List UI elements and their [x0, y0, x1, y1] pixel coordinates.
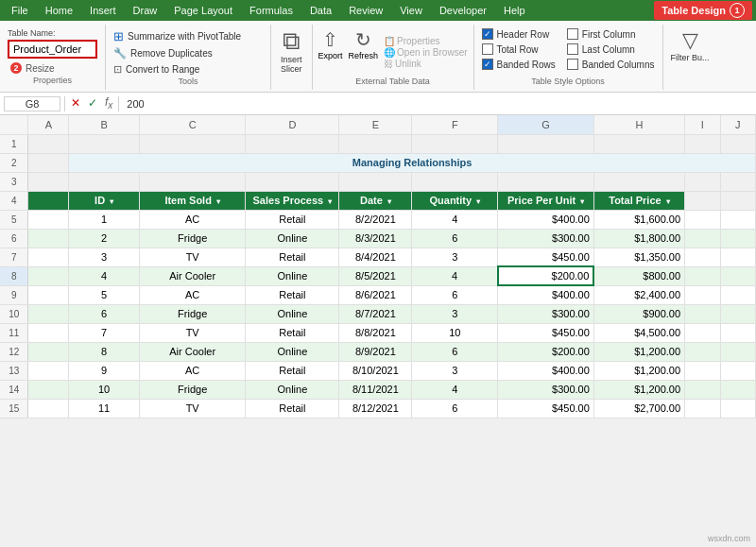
- cell-reference-box[interactable]: [4, 96, 60, 111]
- cell-b15[interactable]: 11: [69, 399, 140, 418]
- cell-j15[interactable]: [720, 399, 755, 418]
- menu-page-layout[interactable]: Page Layout: [166, 3, 240, 18]
- cell-j7[interactable]: [720, 248, 755, 266]
- cell-b1[interactable]: [69, 134, 140, 153]
- cell-b12[interactable]: 8: [69, 342, 140, 361]
- banded-columns-option[interactable]: Banded Columns: [567, 59, 655, 70]
- cell-f6[interactable]: 6: [412, 229, 498, 248]
- cell-d5[interactable]: Retail: [246, 210, 339, 229]
- cell-c11[interactable]: TV: [140, 323, 246, 342]
- cell-b7[interactable]: 3: [69, 248, 140, 266]
- menu-formulas[interactable]: Formulas: [242, 3, 301, 18]
- cell-b14[interactable]: 10: [69, 380, 140, 399]
- cell-i1[interactable]: [685, 134, 720, 153]
- cell-c8[interactable]: Air Cooler: [140, 266, 246, 285]
- col-d[interactable]: D: [246, 115, 339, 134]
- cell-g12[interactable]: $200.00: [498, 342, 594, 361]
- cell-g5[interactable]: $400.00: [498, 210, 594, 229]
- menu-review[interactable]: Review: [341, 3, 390, 18]
- col-i[interactable]: I: [685, 115, 720, 134]
- cell-d14[interactable]: Online: [246, 380, 339, 399]
- cell-b9[interactable]: 5: [69, 285, 140, 304]
- col-f[interactable]: F: [412, 115, 498, 134]
- cell-h12[interactable]: $1,200.00: [593, 342, 684, 361]
- cell-a6[interactable]: [28, 229, 69, 248]
- table-header-id[interactable]: ID ▾: [69, 191, 140, 210]
- cell-c7[interactable]: TV: [140, 248, 246, 266]
- col-c[interactable]: C: [140, 115, 246, 134]
- cell-f15[interactable]: 6: [412, 399, 498, 418]
- cell-i10[interactable]: [685, 304, 720, 323]
- header-row-checkbox[interactable]: [482, 28, 493, 40]
- cell-j8[interactable]: [720, 266, 755, 285]
- total-row-option[interactable]: Total Row: [482, 43, 556, 55]
- cell-b13[interactable]: 9: [69, 361, 140, 380]
- cell-h3[interactable]: [593, 172, 684, 191]
- cell-e5[interactable]: 8/2/2021: [339, 210, 412, 229]
- banded-rows-checkbox[interactable]: [482, 59, 493, 70]
- table-header-item[interactable]: Item Sold ▾: [140, 191, 246, 210]
- cell-i13[interactable]: [685, 361, 720, 380]
- cell-i12[interactable]: [685, 342, 720, 361]
- cell-h9[interactable]: $2,400.00: [593, 285, 684, 304]
- first-column-option[interactable]: First Column: [567, 28, 655, 40]
- cell-a11[interactable]: [28, 323, 69, 342]
- cell-d8[interactable]: Online: [246, 266, 339, 285]
- cell-h8[interactable]: $800.00: [593, 266, 684, 285]
- cell-i6[interactable]: [685, 229, 720, 248]
- table-header-process[interactable]: Sales Process ▾: [246, 191, 339, 210]
- cell-d15[interactable]: Retail: [246, 399, 339, 418]
- cell-f14[interactable]: 4: [412, 380, 498, 399]
- cell-e8[interactable]: 8/5/2021: [339, 266, 412, 285]
- cell-j12[interactable]: [720, 342, 755, 361]
- col-j[interactable]: J: [720, 115, 755, 134]
- banded-columns-checkbox[interactable]: [567, 59, 578, 70]
- cell-c5[interactable]: AC: [140, 210, 246, 229]
- cell-d11[interactable]: Retail: [246, 323, 339, 342]
- cell-b5[interactable]: 1: [69, 210, 140, 229]
- cell-f1[interactable]: [412, 134, 498, 153]
- cell-c15[interactable]: TV: [140, 399, 246, 418]
- insert-slicer-button[interactable]: ⧉ InsertSlicer: [271, 25, 313, 90]
- cell-f10[interactable]: 3: [412, 304, 498, 323]
- cell-e1[interactable]: [339, 134, 412, 153]
- menu-draw[interactable]: Draw: [126, 3, 165, 18]
- filter-arrow-ppu[interactable]: ▾: [580, 197, 584, 206]
- cell-i7[interactable]: [685, 248, 720, 266]
- filter-arrow-date[interactable]: ▾: [387, 197, 391, 206]
- export-button[interactable]: ⇧ Export: [318, 28, 343, 77]
- col-e[interactable]: E: [339, 115, 412, 134]
- cell-b3[interactable]: [69, 172, 140, 191]
- cell-d13[interactable]: Retail: [246, 361, 339, 380]
- cell-f12[interactable]: 6: [412, 342, 498, 361]
- cell-f8[interactable]: 4: [412, 266, 498, 285]
- cell-h13[interactable]: $1,200.00: [593, 361, 684, 380]
- cell-a3[interactable]: [28, 172, 69, 191]
- cell-e9[interactable]: 8/6/2021: [339, 285, 412, 304]
- convert-to-range-button[interactable]: ⊡ Convert to Range: [112, 62, 265, 77]
- menu-help[interactable]: Help: [496, 3, 533, 18]
- cell-a1[interactable]: [28, 134, 69, 153]
- cell-i3[interactable]: [685, 172, 720, 191]
- table-header-total[interactable]: Total Price ▾: [593, 191, 684, 210]
- header-row-option[interactable]: Header Row: [482, 28, 556, 40]
- cell-h1[interactable]: [593, 134, 684, 153]
- filter-arrow-qty[interactable]: ▾: [476, 197, 480, 206]
- cell-i11[interactable]: [685, 323, 720, 342]
- table-name-input[interactable]: [8, 40, 97, 59]
- cell-d12[interactable]: Online: [246, 342, 339, 361]
- cell-e12[interactable]: 8/9/2021: [339, 342, 412, 361]
- cell-h10[interactable]: $900.00: [593, 304, 684, 323]
- cell-a12[interactable]: [28, 342, 69, 361]
- cell-e13[interactable]: 8/10/2021: [339, 361, 412, 380]
- total-row-checkbox[interactable]: [482, 43, 493, 55]
- cell-a2[interactable]: [28, 153, 69, 172]
- cell-i4[interactable]: [685, 191, 720, 210]
- cell-c10[interactable]: Fridge: [140, 304, 246, 323]
- cell-b10[interactable]: 6: [69, 304, 140, 323]
- cell-c9[interactable]: AC: [140, 285, 246, 304]
- cell-f5[interactable]: 4: [412, 210, 498, 229]
- col-b[interactable]: B: [69, 115, 140, 134]
- menu-data[interactable]: Data: [302, 3, 339, 18]
- cell-g8-selected[interactable]: $200.00: [498, 266, 594, 285]
